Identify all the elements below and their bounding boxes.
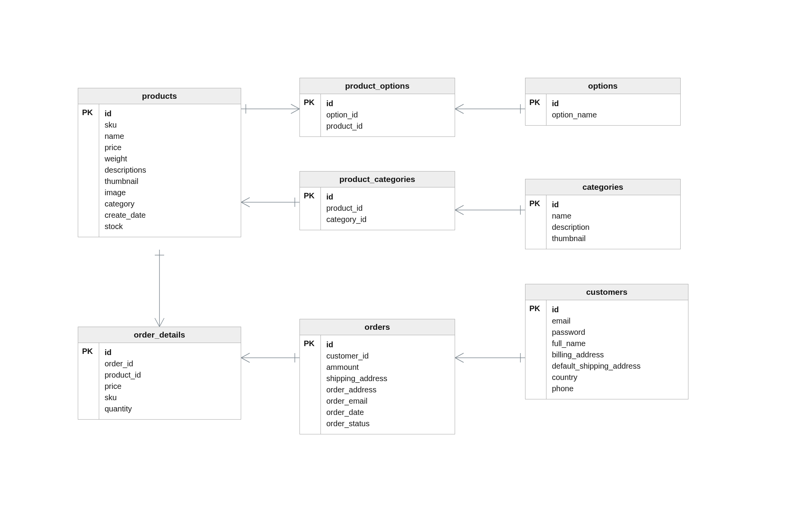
field: billing_address — [552, 349, 683, 360]
svg-line-26 — [455, 358, 464, 362]
rel-products-product_categories — [241, 198, 299, 207]
field-pk: id — [552, 199, 676, 210]
field: name — [105, 131, 236, 142]
entity-title: product_options — [300, 78, 455, 94]
entity-fields: id option_id product_id — [321, 94, 455, 136]
field: product_id — [105, 369, 236, 381]
svg-line-10 — [241, 202, 250, 207]
field: order_status — [326, 418, 450, 429]
field: price — [105, 381, 236, 392]
field: category_id — [326, 214, 450, 225]
entity-title: options — [525, 78, 680, 94]
field-pk: id — [105, 108, 236, 119]
rel-orders-customers — [455, 353, 525, 362]
field: name — [552, 210, 676, 222]
svg-line-6 — [455, 109, 464, 114]
entity-title: categories — [525, 179, 680, 195]
field: ammount — [326, 362, 450, 373]
field: customer_id — [326, 350, 450, 362]
field: thumbnail — [552, 233, 676, 244]
entity-title: customers — [525, 284, 688, 300]
field: descriptions — [105, 164, 236, 176]
pk-label: PK — [300, 335, 321, 434]
rel-product_categories-categories — [455, 205, 525, 215]
entity-title: order_details — [78, 327, 241, 343]
pk-label: PK — [78, 104, 99, 237]
entity-customers: customers PK id email password full_name… — [525, 284, 688, 399]
field: quantity — [105, 403, 236, 415]
entity-title: orders — [300, 319, 455, 335]
field: password — [552, 327, 683, 338]
svg-line-3 — [291, 109, 299, 114]
field: default_shipping_address — [552, 360, 683, 372]
entity-products: products PK id sku name price weight des… — [78, 88, 241, 237]
entity-product-categories: product_categories PK id product_id cate… — [299, 171, 455, 230]
svg-line-18 — [155, 318, 159, 327]
field: order_address — [326, 384, 450, 396]
pk-label: PK — [300, 94, 321, 136]
field: country — [552, 372, 683, 383]
field: option_id — [326, 109, 450, 121]
entity-options: options PK id option_name — [525, 78, 681, 126]
svg-line-25 — [455, 353, 464, 358]
field: category — [105, 198, 236, 210]
rel-products-product_options — [241, 104, 299, 114]
field-pk: id — [326, 191, 450, 203]
rel-order_details-orders — [241, 353, 299, 362]
entity-order-details: order_details PK id order_id product_id … — [78, 327, 241, 420]
field: order_email — [326, 396, 450, 407]
svg-line-21 — [241, 353, 250, 358]
entity-categories: categories PK id name description thumbn… — [525, 179, 681, 249]
field: product_id — [326, 121, 450, 132]
pk-label: PK — [300, 187, 321, 230]
pk-label: PK — [525, 195, 546, 249]
svg-line-19 — [159, 318, 164, 327]
field: image — [105, 187, 236, 198]
entity-fields: id sku name price weight descriptions th… — [99, 104, 241, 237]
field: option_name — [552, 109, 676, 121]
rel-product_options-options — [455, 104, 525, 114]
entity-title: product_categories — [300, 172, 455, 187]
rel-products-order_details — [155, 250, 164, 327]
entity-fields: id customer_id ammount shipping_address … — [321, 335, 455, 434]
svg-line-2 — [291, 104, 299, 109]
field: email — [552, 315, 683, 327]
field: sku — [105, 119, 236, 131]
field: order_date — [326, 407, 450, 418]
field-pk: id — [105, 347, 236, 358]
pk-label: PK — [78, 343, 99, 419]
field-pk: id — [552, 304, 683, 315]
svg-line-9 — [241, 198, 250, 202]
entity-orders: orders PK id customer_id ammount shippin… — [299, 319, 455, 434]
er-diagram-canvas: products PK id sku name price weight des… — [0, 0, 788, 532]
entity-product-options: product_options PK id option_id product_… — [299, 78, 455, 137]
svg-line-22 — [241, 358, 250, 362]
field: order_id — [105, 358, 236, 369]
field: weight — [105, 153, 236, 164]
field-pk: id — [326, 98, 450, 109]
field-pk: id — [326, 339, 450, 350]
entity-title: products — [78, 88, 241, 104]
field: create_date — [105, 210, 236, 221]
field: phone — [552, 383, 683, 394]
field: full_name — [552, 338, 683, 349]
field: description — [552, 222, 676, 233]
svg-line-14 — [455, 210, 464, 215]
pk-label: PK — [525, 300, 546, 399]
field: product_id — [326, 203, 450, 214]
field: price — [105, 142, 236, 153]
svg-line-13 — [455, 205, 464, 210]
entity-fields: id name description thumbnail — [546, 195, 680, 249]
field: shipping_address — [326, 373, 450, 384]
entity-fields: id option_name — [546, 94, 680, 125]
svg-line-5 — [455, 104, 464, 109]
field: sku — [105, 392, 236, 403]
entity-fields: id product_id category_id — [321, 187, 455, 230]
field: stock — [105, 221, 236, 232]
entity-fields: id email password full_name billing_addr… — [546, 300, 688, 399]
entity-fields: id order_id product_id price sku quantit… — [99, 343, 241, 419]
field-pk: id — [552, 98, 676, 109]
pk-label: PK — [525, 94, 546, 125]
field: thumbnail — [105, 176, 236, 187]
